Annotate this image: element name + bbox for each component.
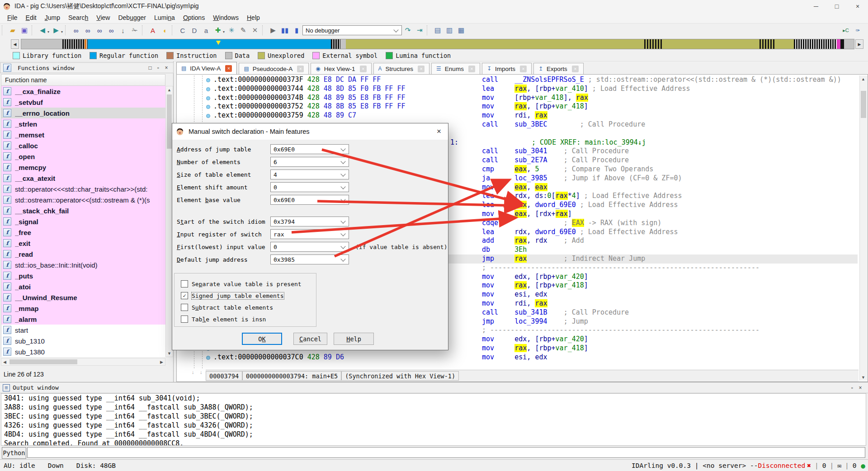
close-button[interactable]: × [847,0,868,12]
function-list-item[interactable]: f_memset [1,129,166,140]
field-combo[interactable]: 6 [270,157,349,167]
watch-icon[interactable]: ▥ [444,25,455,36]
tab-enums[interactable]: ☰Enums× [431,63,480,74]
menu-edit[interactable]: Edit [23,13,39,23]
scroll-down-icon[interactable]: ▼ [166,350,173,357]
navband-right-arrow[interactable]: ▶ [855,39,863,49]
checkbox-subtract-table-elements[interactable]: Subtract table elements [181,301,273,313]
add-func-icon[interactable]: ✚ [212,25,223,36]
python-button[interactable]: Python [2,447,26,459]
tab-close-icon[interactable]: × [225,65,232,72]
function-list-item[interactable]: fstart [1,325,166,335]
field-combo[interactable]: 0x3794 [270,217,349,226]
search-text-icon[interactable]: ∞ [82,25,93,36]
function-list-item[interactable]: fstd::operator<<<std::char_traits<char>>… [1,184,166,194]
disasm-row[interactable]: .text:000000000000373F 428 E8 DC DA FF F… [206,75,858,85]
trace-icon[interactable]: ▦ [456,25,467,36]
cut-icon[interactable]: ✁ [129,25,140,36]
scroll-up-icon[interactable]: ▲ [860,75,867,82]
menu-jump[interactable]: Jump [42,13,63,23]
functions-window-header[interactable]: f Functions window □ ▫ × [0,62,174,73]
disasm-row[interactable]: .text:0000000000003759 428 48 89 C7mov r… [206,111,858,120]
menu-options[interactable]: Options [180,13,208,23]
menu-windows[interactable]: Windows [210,13,241,23]
make-data-icon[interactable]: D [189,25,200,36]
navband-left-arrow[interactable]: ◀ [11,39,19,49]
function-list-item[interactable]: f__errno_location [1,108,166,118]
functions-float-icon[interactable]: □ [146,65,154,71]
jump-down-icon[interactable]: ↓ [118,25,128,36]
tab-pseudocode-a[interactable]: ▤Pseudocode-A× [239,63,309,74]
function-list-item[interactable]: f__Unwind_Resume [1,292,166,303]
tab-close-icon[interactable]: × [418,66,425,72]
function-list-item[interactable]: f_exit [1,238,166,249]
chevron-down-icon[interactable]: ▾ [223,30,225,34]
search-jump-icon[interactable]: ∞ [71,25,81,36]
function-list-item[interactable]: f_mmap [1,303,166,314]
scroll-left-icon[interactable]: ◀ [1,358,8,365]
delete-icon[interactable]: ✕ [250,25,260,36]
menu-help[interactable]: Help [244,13,263,23]
output-log[interactable]: 3041: using guessed type __int64 sub_304… [1,393,866,446]
function-list-item[interactable]: f_atoi [1,281,166,292]
ascii-red-icon[interactable]: A [147,25,158,36]
search-value-icon[interactable]: ∞ [94,25,105,36]
search-next-icon[interactable]: ∞ [106,25,117,36]
field-combo[interactable]: 4 [270,170,349,179]
step-into-icon[interactable]: ↷ [402,25,413,36]
function-list-item[interactable]: f__cxa_atexit [1,173,166,184]
scroll-down-icon[interactable]: ▼ [860,374,867,381]
plugin-terminal-icon[interactable]: ▸C [840,25,851,36]
breakpoint-list-icon[interactable]: ▤ [432,25,443,36]
function-list-item[interactable]: f_open [1,151,166,162]
disasm-row[interactable]: .text:0000000000003744 428 48 8D 85 F0 F… [206,85,858,94]
minimize-button[interactable]: ─ [806,0,826,12]
debug-start-icon[interactable]: ▶ [268,25,278,36]
rename-icon[interactable]: ✎ [238,25,249,36]
checkbox-separate-value-table-is-present[interactable]: Separate value table is present [181,278,302,290]
debug-pause-icon[interactable]: ▮▮ [279,25,290,36]
field-combo[interactable]: 0x69E0 [270,195,349,205]
field-combo[interactable]: rax [270,229,349,239]
menu-search[interactable]: Search [66,13,91,23]
tab-close-icon[interactable]: × [468,66,475,72]
tab-close-icon[interactable]: × [572,66,579,72]
tab-structures[interactable]: AStructures× [373,63,430,74]
chevron-down-icon[interactable]: ▾ [61,30,63,34]
menu-debugger[interactable]: Debugger [115,13,149,23]
function-list-item[interactable]: f_strlen [1,118,166,129]
menu-file[interactable]: File [5,13,20,23]
function-list-item[interactable]: f_puts [1,270,166,281]
function-list-item[interactable]: f_calloc [1,140,166,151]
ok-button[interactable]: OK [242,333,282,345]
field-combo[interactable]: 0 [270,182,349,192]
help-button[interactable]: Help [334,333,374,345]
python-input[interactable] [27,447,865,458]
function-list-item[interactable]: f__cxa_finalize [1,86,166,97]
functions-column-header[interactable]: Function name [1,74,165,86]
checkbox-signed-jump-table-elements[interactable]: ✓Signed jump table elements [181,290,284,301]
mail-icon[interactable]: ✉ [837,462,841,469]
dialog-close-icon[interactable]: × [430,125,448,138]
debugger-combo[interactable]: No debugger [302,25,402,35]
field-combo[interactable]: 0x3985 [270,254,349,264]
disasm-row[interactable]: .text:00000000000037C0 428 89 D6mov esi,… [206,353,858,362]
make-ascii-icon[interactable]: a [201,25,212,36]
edit-func-icon[interactable]: ✳ [226,25,237,36]
tab-close-icon[interactable]: × [520,66,527,72]
cancel-button[interactable]: Cancel [293,333,327,345]
checkbox-box[interactable] [181,316,188,323]
checkbox-table-element-is-insn[interactable]: Table element is insn [181,313,266,325]
functions-horizontal-scrollbar[interactable]: ◀ ▶ [1,358,165,366]
function-list-item[interactable]: f_alarm [1,314,166,325]
field-combo[interactable]: 0 [270,242,349,252]
save-file-icon[interactable]: ▣ [19,25,30,36]
function-list-item[interactable]: f_memcpy [1,162,166,173]
function-list-item[interactable]: f_free [1,227,166,238]
function-list-item[interactable]: fsub_1310 [1,335,166,346]
function-list-item[interactable]: f_read [1,249,166,259]
function-list-item[interactable]: fsub_1380 [1,346,166,357]
menu-lumina[interactable]: Lumina [151,13,178,23]
output-close-icon[interactable]: × [856,385,864,391]
chevron-down-icon[interactable]: ▾ [47,30,49,34]
